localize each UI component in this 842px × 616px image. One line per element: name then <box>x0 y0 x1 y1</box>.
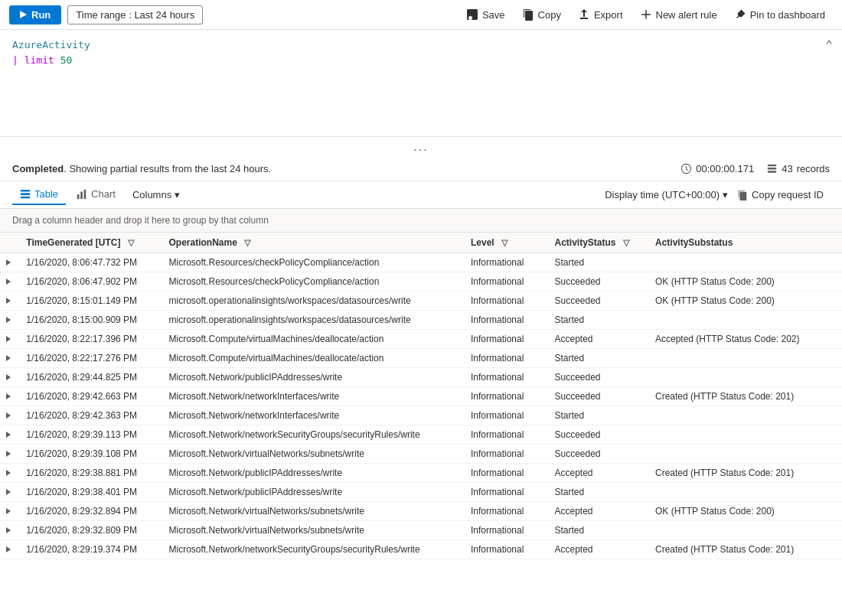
col-header-time: TimeGenerated [UTC] ▽ <box>20 233 162 253</box>
expand-cell[interactable] <box>0 483 20 502</box>
display-time-select[interactable]: Display time (UTC+00:00) ▾ <box>605 189 728 200</box>
table-body: 1/16/2020, 8:06:47.732 PMMicrosoft.Resou… <box>0 253 842 559</box>
cell-time: 1/16/2020, 8:29:39.113 PM <box>20 425 162 445</box>
copy-request-icon <box>737 190 748 200</box>
table-row: 1/16/2020, 8:29:42.663 PMMicrosoft.Netwo… <box>0 387 842 406</box>
cell-operation: Microsoft.Resources/checkPolicyComplianc… <box>163 272 465 292</box>
cell-level: Informational <box>465 406 549 425</box>
cell-operation: Microsoft.Network/publicIPAddresses/writ… <box>163 464 465 483</box>
cell-operation: Microsoft.Network/networkSecurityGroups/… <box>163 540 465 559</box>
expand-cell[interactable] <box>0 406 20 425</box>
time-range-button[interactable]: Time range : Last 24 hours <box>67 5 203 24</box>
table-row: 1/16/2020, 8:06:47.902 PMMicrosoft.Resou… <box>0 272 842 292</box>
expand-cell[interactable] <box>0 464 20 483</box>
export-icon <box>578 8 590 21</box>
table-row: 1/16/2020, 8:29:39.108 PMMicrosoft.Netwo… <box>0 445 842 464</box>
expand-cell[interactable] <box>0 445 20 464</box>
chevron-down-icon: ▾ <box>175 189 180 200</box>
cell-level: Informational <box>465 445 549 464</box>
record-count: 43 <box>782 163 792 174</box>
new-alert-button[interactable]: New alert rule <box>632 5 725 24</box>
cell-substatus <box>649 368 842 387</box>
expand-cell[interactable] <box>0 425 20 445</box>
table-row: 1/16/2020, 8:29:38.881 PMMicrosoft.Netwo… <box>0 464 842 483</box>
data-table: TimeGenerated [UTC] ▽ OperationName ▽ Le… <box>0 233 842 559</box>
clock-icon <box>680 163 692 174</box>
copy-button[interactable]: Copy <box>514 5 569 24</box>
cell-status: Succeeded <box>549 292 649 311</box>
expand-cell[interactable] <box>0 330 20 349</box>
filter-status-icon[interactable]: ▽ <box>623 238 629 248</box>
query-editor[interactable]: AzureActivity | limit 50 ⌃ <box>0 30 842 137</box>
new-alert-label: New alert rule <box>656 9 717 21</box>
cell-level: Informational <box>465 521 549 540</box>
expand-arrow-icon <box>6 508 11 514</box>
cell-time: 1/16/2020, 8:29:42.363 PM <box>20 406 162 425</box>
cell-status: Succeeded <box>549 272 649 292</box>
expand-cell[interactable] <box>0 311 20 330</box>
pin-icon <box>734 8 746 21</box>
svg-rect-2 <box>768 168 776 169</box>
svg-rect-6 <box>21 196 30 198</box>
expand-cell[interactable] <box>0 292 20 311</box>
expand-cell[interactable] <box>0 540 20 559</box>
columns-button[interactable]: Columns ▾ <box>126 185 186 204</box>
filter-time-icon[interactable]: ▽ <box>128 238 134 248</box>
toolbar-actions: Save Copy Export New alert rule Pin to d… <box>459 5 833 24</box>
cell-level: Informational <box>465 349 549 368</box>
expand-arrow-icon <box>6 393 11 399</box>
filter-operation-icon[interactable]: ▽ <box>244 238 250 248</box>
expand-cell[interactable] <box>0 387 20 406</box>
cell-status: Succeeded <box>549 368 649 387</box>
drag-hint: Drag a column header and drop it here to… <box>0 209 842 233</box>
table-tab[interactable]: Table <box>12 184 66 205</box>
cell-level: Informational <box>465 330 549 349</box>
svg-rect-5 <box>21 193 30 195</box>
cell-operation: Microsoft.Network/virtualNetworks/subnet… <box>163 502 465 521</box>
save-icon <box>466 8 478 21</box>
expand-arrow-icon <box>6 279 11 285</box>
expand-cell[interactable] <box>0 368 20 387</box>
display-time-chevron: ▾ <box>723 189 728 200</box>
expand-cell[interactable] <box>0 521 20 540</box>
expand-cell[interactable] <box>0 253 20 272</box>
export-button[interactable]: Export <box>570 5 631 24</box>
copy-request-button[interactable]: Copy request ID <box>731 185 830 204</box>
expand-cell[interactable] <box>0 272 20 292</box>
export-label: Export <box>594 9 623 21</box>
run-button[interactable]: Run <box>9 5 61 24</box>
expand-arrow-icon <box>6 374 11 380</box>
table-row: 1/16/2020, 8:29:42.363 PMMicrosoft.Netwo… <box>0 406 842 425</box>
table-wrapper[interactable]: TimeGenerated [UTC] ▽ OperationName ▽ Le… <box>0 233 842 559</box>
cell-operation: Microsoft.Network/networkInterfaces/writ… <box>163 406 465 425</box>
expand-arrow-icon <box>6 336 11 342</box>
expand-arrow-icon <box>6 489 11 495</box>
duration-value: 00:00:00.171 <box>696 163 754 174</box>
table-row: 1/16/2020, 8:22:17.396 PMMicrosoft.Compu… <box>0 330 842 349</box>
pin-button[interactable]: Pin to dashboard <box>726 5 833 24</box>
table-tab-label: Table <box>34 188 58 200</box>
expand-cell[interactable] <box>0 349 20 368</box>
svg-rect-3 <box>768 171 776 172</box>
expand-arrow-icon <box>6 298 11 304</box>
cell-status: Accepted <box>549 330 649 349</box>
run-label: Run <box>31 9 51 21</box>
display-time-label: Display time (UTC+00:00) <box>605 189 720 200</box>
results-status-bar: Completed . Showing partial results from… <box>0 157 842 181</box>
cell-substatus: OK (HTTP Status Code: 200) <box>649 292 842 311</box>
expand-arrow-icon <box>6 527 11 533</box>
ellipsis-row: ... <box>0 137 842 157</box>
expand-cell[interactable] <box>0 502 20 521</box>
collapse-bar[interactable]: ⌃ <box>825 36 833 54</box>
filter-level-icon[interactable]: ▽ <box>501 238 507 248</box>
records-meta: 43 records <box>766 163 830 174</box>
cell-operation: Microsoft.Compute/virtualMachines/deallo… <box>163 349 465 368</box>
view-toolbar: Table Chart Columns ▾ Display time (UTC+… <box>0 181 842 209</box>
cell-status: Accepted <box>549 540 649 559</box>
table-row: 1/16/2020, 8:29:39.113 PMMicrosoft.Netwo… <box>0 425 842 445</box>
cell-substatus <box>649 521 842 540</box>
save-button[interactable]: Save <box>459 5 513 24</box>
save-label: Save <box>482 9 505 21</box>
chart-tab[interactable]: Chart <box>69 184 123 205</box>
cell-substatus <box>649 349 842 368</box>
